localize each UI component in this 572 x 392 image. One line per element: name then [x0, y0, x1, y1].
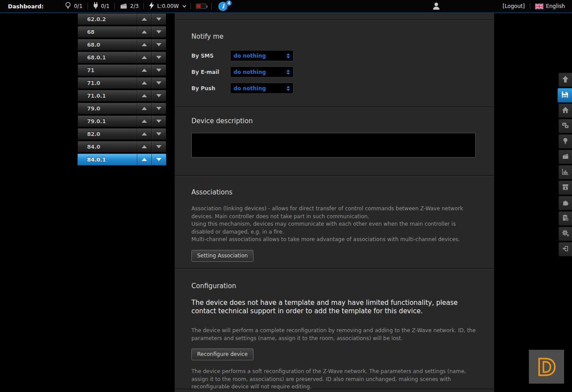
- power-icon: [149, 2, 154, 11]
- notify-section: Notify me By SMS do nothing By E-mail do…: [175, 20, 494, 107]
- reconfigure-device-button[interactable]: Reconfigure device: [191, 348, 253, 360]
- scenes-icon: [120, 2, 128, 11]
- language-selector[interactable]: English: [546, 3, 565, 9]
- device-row[interactable]: 79.0: [77, 103, 166, 114]
- arrow-down-icon: [156, 120, 161, 123]
- device-label: 71: [78, 65, 137, 76]
- push-select[interactable]: do nothing: [230, 83, 293, 94]
- divider: [191, 3, 191, 9]
- arrow-up-icon: [142, 56, 147, 59]
- associations-paragraph: Association (linking devices) - allows f…: [191, 205, 477, 220]
- arrow-down-icon: [156, 43, 161, 46]
- notify-title: Notify me: [191, 20, 476, 40]
- home-button[interactable]: [558, 103, 572, 118]
- lights-count: 0/1: [74, 3, 82, 9]
- move-down-button[interactable]: [151, 103, 166, 114]
- move-up-button[interactable]: [137, 39, 151, 50]
- arrow-down-icon: [156, 94, 161, 97]
- plugins-button[interactable]: [558, 196, 572, 210]
- svg-text:D: D: [537, 354, 556, 381]
- arrow-up-icon: [142, 81, 147, 84]
- move-up-button[interactable]: [137, 103, 151, 114]
- arrow-up-icon: [142, 132, 147, 136]
- email-select[interactable]: do nothing: [230, 66, 293, 77]
- devices-button[interactable]: [558, 119, 572, 133]
- arrow-down-icon: [156, 56, 161, 59]
- device-row-selected[interactable]: 84.0.1: [77, 154, 166, 165]
- notify-row-sms: By SMS do nothing: [191, 50, 476, 61]
- move-up-button[interactable]: [137, 52, 151, 63]
- notifications-button[interactable]: i 4: [218, 2, 227, 11]
- device-row[interactable]: 82.0: [77, 128, 166, 140]
- device-label: 62.0.2: [78, 14, 137, 25]
- move-up-button[interactable]: [137, 77, 151, 88]
- device-row[interactable]: 71.0: [77, 77, 166, 89]
- logout-button[interactable]: [Logout]: [502, 3, 524, 9]
- outlets-status[interactable]: 0/1: [93, 2, 110, 11]
- archive-button[interactable]: [558, 180, 572, 195]
- reports-button[interactable]: [558, 211, 572, 226]
- device-row[interactable]: 68.0.1: [77, 51, 166, 63]
- power-dropdown[interactable]: L:0.00W: [149, 2, 186, 11]
- move-down-button[interactable]: [151, 65, 166, 76]
- lights-status[interactable]: 0/1: [65, 2, 82, 11]
- move-up-button[interactable]: [137, 26, 151, 37]
- settings-button[interactable]: [558, 227, 572, 241]
- chevron-down-icon: [183, 4, 186, 7]
- battery-icon[interactable]: [196, 4, 206, 9]
- arrow-down-icon: [156, 18, 161, 21]
- setting-association-button[interactable]: Setting Association: [191, 250, 253, 262]
- arrow-up-icon: [142, 43, 147, 46]
- arrow-up-icon: [142, 18, 147, 21]
- move-down-button[interactable]: [151, 14, 166, 25]
- move-down-button[interactable]: [151, 52, 166, 63]
- home-icon: [561, 106, 569, 116]
- move-up-button[interactable]: [137, 141, 151, 152]
- sms-select[interactable]: do nothing: [230, 50, 293, 61]
- move-up-button[interactable]: [137, 65, 151, 76]
- device-row[interactable]: 79.0.1: [77, 115, 166, 127]
- bulb-icon: [65, 2, 71, 11]
- arrow-up-icon: [142, 145, 147, 148]
- device-row[interactable]: 71.0.1: [77, 90, 166, 102]
- email-select-value: do nothing: [234, 69, 266, 75]
- move-up-button[interactable]: [137, 116, 151, 127]
- device-row[interactable]: 62.0.2: [77, 13, 166, 25]
- move-down-button[interactable]: [151, 141, 166, 152]
- sms-label: By SMS: [191, 53, 230, 59]
- arrow-up-icon: [142, 107, 147, 110]
- device-row[interactable]: 71: [77, 64, 166, 76]
- lights-button[interactable]: [558, 134, 572, 149]
- scroll-top-button[interactable]: [558, 73, 572, 87]
- person-icon[interactable]: [433, 2, 440, 11]
- move-up-button[interactable]: [137, 154, 151, 165]
- topbar-right: [Logout] English: [502, 0, 565, 12]
- exit-button[interactable]: [558, 242, 572, 256]
- arrow-up-icon: [142, 158, 147, 161]
- device-row[interactable]: 68: [77, 26, 166, 38]
- brand-logo: D: [529, 350, 564, 384]
- move-down-button[interactable]: [151, 77, 166, 88]
- move-down-button[interactable]: [151, 116, 166, 127]
- associations-paragraph: Using this mechanism, devices may commun…: [191, 220, 477, 236]
- scenes-status[interactable]: 2/3: [120, 2, 139, 11]
- scenes-button[interactable]: [558, 150, 572, 164]
- device-row[interactable]: 84.0: [77, 141, 166, 153]
- divider: [530, 3, 530, 9]
- device-label: 68.0: [78, 39, 137, 50]
- move-down-button[interactable]: [151, 90, 166, 101]
- move-up-button[interactable]: [137, 128, 151, 139]
- move-down-button[interactable]: [151, 154, 166, 165]
- divider: [114, 3, 115, 9]
- description-title: Device description: [191, 107, 476, 125]
- charts-button[interactable]: [558, 165, 572, 180]
- divider: [143, 3, 144, 9]
- move-down-button[interactable]: [151, 26, 166, 37]
- move-down-button[interactable]: [151, 39, 166, 50]
- move-up-button[interactable]: [137, 14, 151, 25]
- move-up-button[interactable]: [137, 90, 151, 101]
- device-description-input[interactable]: [191, 133, 476, 158]
- move-down-button[interactable]: [151, 128, 166, 139]
- save-button[interactable]: [557, 88, 572, 103]
- device-row[interactable]: 68.0: [77, 39, 166, 51]
